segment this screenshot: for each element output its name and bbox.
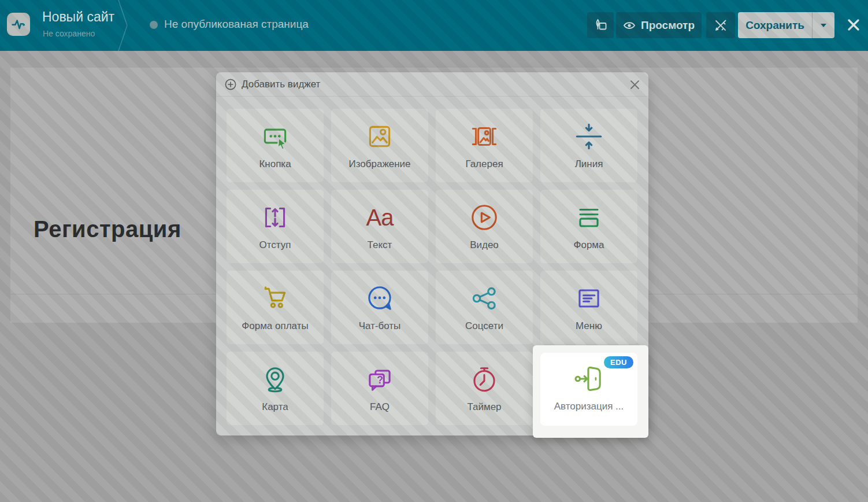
app-logo[interactable] (7, 13, 30, 36)
widget-label: Изображение (348, 158, 410, 170)
device-preview-button[interactable] (587, 12, 614, 38)
widget-tile-button[interactable]: Кнопка (227, 109, 324, 182)
widget-label: Галерея (465, 158, 503, 170)
widget-tile-chatbots[interactable]: Чат-боты (331, 271, 428, 344)
button-icon (259, 120, 291, 153)
save-button[interactable]: Сохранить (738, 19, 812, 32)
widget-label: Авторизация ... (554, 401, 624, 412)
widget-tile-timer[interactable]: Таймер (436, 352, 533, 425)
form-icon (573, 201, 605, 234)
widget-label: FAQ (370, 401, 390, 413)
line-icon (573, 120, 605, 153)
login-door-icon (573, 363, 605, 395)
widget-label: Текст (368, 239, 392, 251)
menu-box-icon (573, 282, 605, 315)
page-status-dot (150, 21, 158, 29)
svg-text:?: ? (377, 374, 383, 386)
modal-close-button[interactable] (629, 79, 640, 90)
widget-label: Чат-боты (359, 320, 401, 332)
widget-tile-social[interactable]: Соцсети (436, 271, 533, 344)
share-nodes-icon (468, 282, 500, 315)
widget-label: Таймер (467, 401, 501, 413)
widget-label: Видео (470, 239, 499, 251)
widget-label: Кнопка (259, 158, 291, 170)
page-status-text: Не опубликованая страница (164, 18, 309, 31)
site-title[interactable]: Новый сайт (42, 9, 114, 25)
widget-spotlight: EDU Авторизация ... (533, 345, 648, 438)
edu-badge: EDU (604, 356, 633, 368)
eye-icon (623, 19, 636, 32)
preview-button-label: Просмотр (641, 19, 695, 32)
video-play-icon (468, 201, 500, 234)
design-tools-button[interactable] (706, 12, 735, 38)
preview-button[interactable]: Просмотр (616, 12, 702, 38)
widget-tile-image[interactable]: Изображение (331, 109, 428, 182)
page-heading[interactable]: Регистрация (34, 216, 181, 242)
pulse-icon (9, 15, 28, 34)
gallery-icon (468, 120, 500, 153)
close-icon (847, 18, 860, 32)
modal-title: Добавить виджет (242, 79, 320, 90)
widget-tile-map[interactable]: Карта (227, 352, 324, 425)
widget-tile-authorization[interactable]: EDU Авторизация ... (540, 353, 637, 426)
plus-circle-icon (225, 79, 236, 90)
map-pin-icon (259, 363, 291, 396)
widget-label: Соцсети (465, 320, 503, 332)
widget-label: Линия (575, 158, 603, 170)
widget-tile-form[interactable]: Форма (540, 190, 637, 263)
chat-bubble-icon (363, 282, 396, 315)
text-aa-icon: Aa (363, 201, 396, 234)
image-icon (363, 120, 396, 153)
widget-label: Форма (574, 239, 604, 251)
stopwatch-icon (468, 363, 500, 396)
chevron-down-icon (821, 24, 826, 27)
pen-page-icon (593, 18, 608, 33)
widget-label: Форма оплаты (242, 320, 308, 332)
widget-tile-payment-form[interactable]: Форма оплаты (227, 271, 324, 344)
widget-tile-video[interactable]: Видео (436, 190, 533, 263)
widget-label: Карта (262, 401, 288, 413)
widget-tile-menu[interactable]: Меню (540, 271, 637, 344)
widget-tile-text[interactable]: Aa Текст (331, 190, 428, 263)
widget-tile-line[interactable]: Линия (540, 109, 637, 182)
cart-icon (259, 282, 291, 315)
save-button-group: Сохранить (738, 12, 834, 38)
close-icon (630, 80, 640, 90)
close-editor-button[interactable] (845, 17, 862, 33)
editor-stage: Новый сайт Не сохранено Не опубликованая… (0, 0, 868, 502)
widget-label: Отступ (259, 239, 291, 251)
widget-tile-gallery[interactable]: Галерея (436, 109, 533, 182)
crossed-pencils-icon (713, 18, 728, 33)
widget-tile-faq[interactable]: ? FAQ (331, 352, 428, 425)
spacing-icon (259, 201, 291, 234)
breadcrumb-chevron (114, 0, 132, 51)
widget-tile-spacing[interactable]: Отступ (227, 190, 324, 263)
modal-header: Добавить виджет (216, 72, 648, 97)
save-status-text: Не сохранено (43, 29, 95, 38)
widget-label: Меню (576, 320, 602, 332)
faq-bubbles-icon: ? (363, 363, 396, 396)
save-options-button[interactable] (813, 24, 834, 27)
top-bar: Новый сайт Не сохранено Не опубликованая… (0, 0, 868, 51)
